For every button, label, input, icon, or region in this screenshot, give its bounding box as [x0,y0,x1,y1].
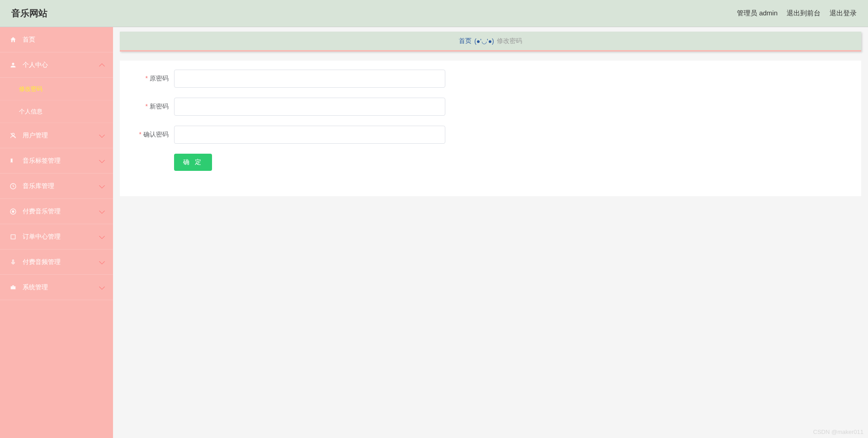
sidebar-item-label: 系统管理 [23,283,48,292]
breadcrumb-home-link[interactable]: 首页 [459,37,472,45]
sidebar-subitem-change-password[interactable]: 修改密码 [0,78,113,100]
breadcrumb-current: 修改密码 [497,37,522,45]
svg-rect-5 [11,235,15,239]
paid-music-icon [9,207,17,216]
confirm-password-label: *确认密码 [133,131,174,139]
svg-rect-6 [13,259,14,263]
sidebar-item-label: 付费音频管理 [23,258,61,266]
old-password-label: *原密码 [133,75,174,83]
form-button-row: 确 定 [133,154,848,171]
new-password-input[interactable] [174,98,445,116]
svg-line-1 [11,133,16,138]
sidebar-item-system[interactable]: 系统管理 [0,275,113,300]
logout-link[interactable]: 退出登录 [830,9,857,18]
paid-audio-icon [9,258,17,266]
sidebar-item-music-tags[interactable]: 音乐标签管理 [0,148,113,174]
confirm-password-input[interactable] [174,126,445,144]
admin-label[interactable]: 管理员 admin [737,9,778,18]
sidebar-item-personal-center[interactable]: 个人中心 [0,52,113,78]
svg-rect-7 [11,286,16,289]
person-icon [9,61,17,69]
confirm-button[interactable]: 确 定 [174,154,212,171]
sidebar-item-label: 音乐标签管理 [23,157,61,165]
sidebar-item-label: 音乐库管理 [23,182,54,190]
sidebar-item-label: 个人中心 [23,61,48,69]
sidebar: 首页 个人中心 修改密码 个人信息 用户管理 音乐标签管理 [0,27,113,438]
new-password-label: *新密码 [133,103,174,111]
breadcrumb-separator: (●'◡'●) [474,38,494,45]
header-right: 管理员 admin 退出到前台 退出登录 [737,9,857,18]
home-icon [9,36,17,44]
system-icon [9,283,17,292]
sidebar-item-home[interactable]: 首页 [0,27,113,52]
sidebar-item-label: 首页 [23,36,35,44]
order-icon [9,233,17,241]
sidebar-subitem-label: 修改密码 [19,85,42,93]
form-row-old-password: *原密码 [133,70,848,88]
form-row-new-password: *新密码 [133,98,848,116]
app-title: 音乐网站 [11,7,47,19]
sidebar-item-music-library[interactable]: 音乐库管理 [0,174,113,199]
sidebar-subitem-personal-info[interactable]: 个人信息 [0,100,113,123]
breadcrumb: 首页 (●'◡'●) 修改密码 [120,32,861,52]
library-icon [9,182,17,190]
user-manage-icon [9,132,17,140]
tag-icon [9,157,17,165]
sidebar-item-order-center[interactable]: 订单中心管理 [0,224,113,250]
main-content: 首页 (●'◡'●) 修改密码 *原密码 *新密码 *确认密码 确 定 [113,27,868,438]
sidebar-item-label: 用户管理 [23,132,48,140]
change-password-form: *原密码 *新密码 *确认密码 确 定 [120,61,861,196]
sidebar-item-user-manage[interactable]: 用户管理 [0,123,113,148]
sidebar-item-paid-music[interactable]: 付费音乐管理 [0,199,113,224]
form-row-confirm-password: *确认密码 [133,126,848,144]
layout: 首页 个人中心 修改密码 个人信息 用户管理 音乐标签管理 [0,27,868,438]
sidebar-item-label: 付费音乐管理 [23,207,61,216]
exit-to-front-link[interactable]: 退出到前台 [787,9,821,18]
sidebar-item-paid-audio[interactable]: 付费音频管理 [0,250,113,275]
old-password-input[interactable] [174,70,445,88]
watermark: CSDN @maker011 [813,429,863,435]
svg-rect-8 [12,285,14,286]
sidebar-subitem-label: 个人信息 [19,108,42,116]
svg-point-4 [12,211,14,212]
sidebar-item-label: 订单中心管理 [23,233,61,241]
header: 音乐网站 管理员 admin 退出到前台 退出登录 [0,0,868,27]
